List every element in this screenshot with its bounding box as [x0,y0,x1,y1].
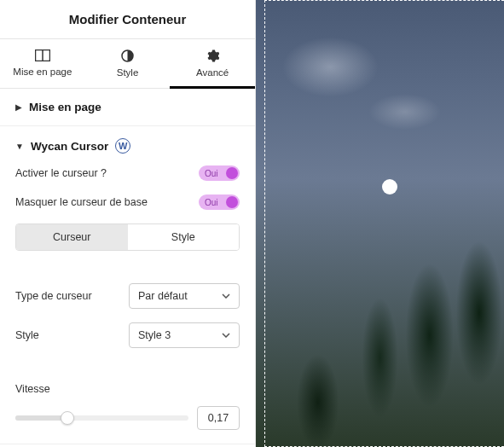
segment-style-button[interactable]: Style [128,224,240,250]
speed-input[interactable] [197,406,240,430]
toggle-oui-text: Oui [205,169,218,178]
row-style: Style Style 3 [15,322,240,348]
section-layout-title: Mise en page [29,101,101,113]
chevron-down-icon [222,333,230,338]
section-layout: ▶ Mise en page [0,89,255,126]
speed-slider[interactable] [15,415,188,421]
cursor-type-value: Par défaut [138,290,188,302]
tab-advanced-label: Avancé [196,67,229,78]
caret-right-icon: ▶ [15,102,22,112]
cursor-style-segment: Curseur Style [15,224,240,251]
slider-thumb [61,411,74,425]
canvas-preview[interactable] [256,0,504,447]
style-value: Style 3 [138,329,171,341]
row-speed: Vitesse [15,380,240,430]
row-activate-cursor: Activer le curseur ? Oui [15,165,240,181]
wycan-badge-icon: W [115,138,130,154]
cursor-type-select[interactable]: Par défaut [129,283,240,309]
hide-base-cursor-toggle[interactable]: Oui [199,194,240,210]
speed-label: Vitesse [15,383,50,395]
hide-base-cursor-label: Masquer le curseur de base [15,196,148,208]
activate-cursor-label: Activer le curseur ? [15,167,107,179]
section-wycan-cursor: ▼ Wycan Cursor W Activer le curseur ? Ou… [0,126,255,444]
panel-title: Modifier Conteneur [0,0,255,39]
section-wycan-title: Wycan Cursor [31,140,108,153]
tab-style-label: Style [117,67,139,78]
cursor-type-label: Type de curseur [15,290,92,302]
section-layout-header[interactable]: ▶ Mise en page [0,89,255,125]
section-wycan-body: Activer le curseur ? Oui Masquer le curs… [0,165,255,444]
tab-layout[interactable]: Mise en page [0,39,85,88]
activate-cursor-toggle[interactable]: Oui [199,165,240,181]
toggle-knob [226,196,238,208]
settings-panel: Modifier Conteneur Mise en page Style Av… [0,0,256,447]
row-hide-base-cursor: Masquer le curseur de base Oui [15,194,240,210]
contrast-icon [121,49,134,62]
style-select[interactable]: Style 3 [129,322,240,348]
sections: ▶ Mise en page ▼ Wycan Cursor W Activer … [0,89,255,447]
style-label: Style [15,329,39,341]
tab-layout-label: Mise en page [13,67,72,77]
tab-style[interactable]: Style [85,39,171,88]
toggle-knob [226,167,238,179]
section-wycan-header[interactable]: ▼ Wycan Cursor W [0,126,255,165]
container-outline [264,0,504,447]
chevron-down-icon [222,293,230,299]
speed-slider-row [15,406,240,430]
gear-icon [206,49,219,62]
tabs: Mise en page Style Avancé [0,39,255,89]
caret-down-icon: ▼ [15,142,24,151]
custom-cursor-dot [382,179,397,194]
tab-advanced[interactable]: Avancé [170,39,255,89]
slider-fill [15,415,67,421]
layout-icon [35,49,50,61]
segment-cursor-button[interactable]: Curseur [16,224,128,250]
toggle-oui-text: Oui [205,198,218,207]
row-cursor-type: Type de curseur Par défaut [15,283,240,309]
